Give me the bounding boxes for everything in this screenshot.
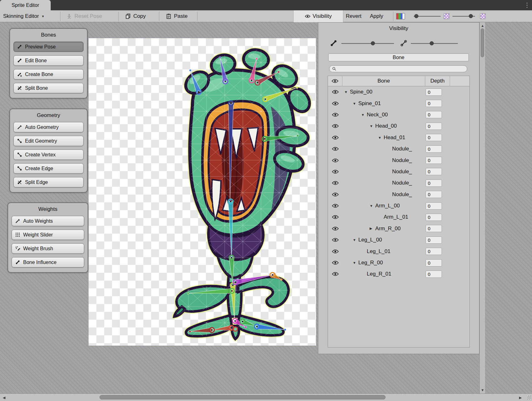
bone-row-head_01[interactable]: ▼Head_01 bbox=[328, 132, 469, 143]
bone-tip-joint[interactable] bbox=[296, 87, 298, 89]
bone-row-arm_l_01[interactable]: Arm_L_01 bbox=[328, 211, 469, 223]
bone-row-spine_00[interactable]: ▼Spine_00 bbox=[328, 86, 469, 98]
bone-tip-joint[interactable] bbox=[189, 69, 191, 71]
auto-geometry-button[interactable]: Auto Geometry bbox=[13, 122, 84, 132]
bone-opacity-slider-thumb[interactable] bbox=[430, 41, 434, 45]
bone-row-spine_01[interactable]: ▼Spine_01 bbox=[328, 98, 469, 109]
visibility-eye-icon[interactable] bbox=[328, 204, 342, 208]
expander-open-icon[interactable]: ▼ bbox=[370, 124, 375, 128]
alpha-slider[interactable] bbox=[453, 16, 475, 17]
expander-open-icon[interactable]: ▼ bbox=[361, 113, 367, 117]
bone-row-arm_l_00[interactable]: ▼Arm_L_00 bbox=[328, 200, 469, 211]
window-menu-icon[interactable]: ⋮ bbox=[524, 1, 530, 9]
create-vertex-button[interactable]: Create Vertex bbox=[13, 150, 84, 160]
bone-tip-joint[interactable] bbox=[187, 292, 189, 294]
visibility-eye-icon[interactable] bbox=[328, 215, 342, 219]
bone-filter-button[interactable]: Bone bbox=[328, 53, 469, 61]
bone-name[interactable]: Leg_L_01 bbox=[367, 248, 391, 255]
visibility-eye-icon[interactable] bbox=[328, 90, 342, 94]
depth-input[interactable] bbox=[426, 100, 442, 107]
bone-name[interactable]: Head_01 bbox=[384, 135, 405, 141]
edit-bone-button[interactable]: Edit Bone bbox=[13, 55, 84, 66]
bone-name[interactable]: Spine_01 bbox=[358, 100, 381, 107]
bone-name[interactable]: Arm_L_00 bbox=[375, 203, 400, 209]
edit-geometry-button[interactable]: Edit Geometry bbox=[13, 136, 84, 146]
scroll-down-arrow[interactable]: ▼ bbox=[480, 387, 485, 393]
depth-input[interactable] bbox=[426, 202, 442, 210]
visibility-eye-icon[interactable] bbox=[328, 170, 342, 174]
visibility-eye-icon[interactable] bbox=[328, 249, 342, 254]
sprite-canvas[interactable] bbox=[89, 38, 316, 346]
visibility-eye-icon[interactable] bbox=[328, 272, 342, 276]
weight-brush-button[interactable]: Weight Brush bbox=[12, 243, 84, 254]
bone-name[interactable]: Head_00 bbox=[375, 123, 397, 129]
bone-row-leg_l_00[interactable]: ▼Leg_L_00 bbox=[328, 234, 469, 246]
brightness-slider-thumb[interactable] bbox=[414, 14, 418, 18]
depth-input[interactable] bbox=[426, 248, 442, 255]
bone-row-nodule_[interactable]: Nodule_ bbox=[328, 143, 469, 155]
visibility-eye-icon[interactable] bbox=[328, 124, 342, 128]
scroll-up-arrow[interactable]: ▲ bbox=[480, 23, 485, 28]
visibility-eye-icon[interactable] bbox=[328, 147, 342, 151]
bone-row-nodule_[interactable]: Nodule_ bbox=[328, 189, 469, 200]
depth-input[interactable] bbox=[426, 157, 442, 164]
bone-tip-joint[interactable] bbox=[278, 71, 279, 73]
bone-opacity-slider[interactable] bbox=[411, 43, 458, 44]
bone-row-arm_r_00[interactable]: ▶Arm_R_00 bbox=[328, 223, 469, 234]
bone-tip-joint[interactable] bbox=[297, 135, 299, 137]
mipmap-swatch[interactable] bbox=[480, 13, 486, 19]
horizontal-scrollbar[interactable]: ◀ ▶ bbox=[0, 393, 532, 401]
bone-size-slider[interactable] bbox=[341, 43, 394, 44]
expander-open-icon[interactable]: ▼ bbox=[353, 261, 358, 265]
bone-tip-joint[interactable] bbox=[245, 326, 247, 328]
depth-input[interactable] bbox=[426, 123, 442, 130]
color-channel-swatch[interactable] bbox=[396, 13, 405, 19]
expander-open-icon[interactable]: ▼ bbox=[378, 136, 384, 140]
weight-slider-button[interactable]: Weight Slider bbox=[12, 230, 84, 240]
bone-tip-joint[interactable] bbox=[189, 331, 191, 332]
skinning-editor-dropdown[interactable]: Skinning Editor ▾ bbox=[3, 10, 44, 22]
depth-input[interactable] bbox=[426, 145, 442, 153]
scroll-right-arrow[interactable]: ▶ bbox=[518, 395, 523, 400]
create-bone-button[interactable]: Create Bone bbox=[13, 69, 84, 79]
bone-influence-button[interactable]: Bone Influence bbox=[12, 257, 84, 267]
visibility-eye-icon[interactable] bbox=[328, 181, 342, 185]
alpha-slider-thumb[interactable] bbox=[469, 14, 473, 18]
header-depth-column[interactable]: Depth bbox=[425, 76, 450, 86]
bone-tip-joint[interactable] bbox=[280, 279, 282, 281]
header-bone-column[interactable]: Bone bbox=[342, 76, 425, 86]
bone-tip-joint[interactable] bbox=[284, 329, 286, 331]
bone-size-slider-thumb[interactable] bbox=[371, 41, 375, 45]
expander-open-icon[interactable]: ▼ bbox=[344, 90, 350, 94]
header-eye-icon[interactable] bbox=[328, 76, 342, 86]
bone-search-input[interactable] bbox=[338, 66, 464, 72]
bone-name[interactable]: Nodule_ bbox=[392, 180, 412, 186]
bone-row-head_00[interactable]: ▼Head_00 bbox=[328, 120, 469, 132]
bone-name[interactable]: Arm_R_00 bbox=[375, 226, 401, 232]
depth-input[interactable] bbox=[426, 168, 442, 175]
sprite-editor-tab[interactable]: Sprite Editor bbox=[0, 0, 51, 10]
depth-input[interactable] bbox=[426, 214, 442, 221]
bone-name[interactable]: Neck_00 bbox=[367, 112, 388, 118]
depth-input[interactable] bbox=[426, 236, 442, 244]
visibility-eye-icon[interactable] bbox=[328, 113, 342, 117]
create-edge-button[interactable]: Create Edge bbox=[13, 163, 84, 174]
visibility-eye-icon[interactable] bbox=[328, 226, 342, 231]
bone-name[interactable]: Arm_L_01 bbox=[384, 214, 408, 220]
bone-search-field[interactable] bbox=[329, 65, 467, 72]
bone-row-neck_00[interactable]: ▼Neck_00 bbox=[328, 109, 469, 120]
apply-button[interactable]: Apply bbox=[370, 10, 383, 22]
vertical-scrollbar[interactable]: ▲ ▼ bbox=[479, 22, 485, 393]
bone-tip-joint[interactable] bbox=[256, 58, 258, 60]
visibility-eye-icon[interactable] bbox=[328, 261, 342, 265]
depth-input[interactable] bbox=[426, 111, 442, 118]
preview-pose-button[interactable]: Preview Pose bbox=[13, 42, 84, 52]
bone-name[interactable]: Leg_R_00 bbox=[358, 260, 383, 266]
visibility-toggle[interactable]: Visibility bbox=[293, 10, 343, 22]
bone-name[interactable]: Leg_L_00 bbox=[358, 237, 382, 243]
bone-joint[interactable] bbox=[233, 327, 238, 331]
depth-input[interactable] bbox=[426, 259, 442, 266]
scroll-left-arrow[interactable]: ◀ bbox=[1, 395, 7, 400]
expander-open-icon[interactable]: ▼ bbox=[353, 102, 358, 105]
depth-input[interactable] bbox=[426, 180, 442, 187]
